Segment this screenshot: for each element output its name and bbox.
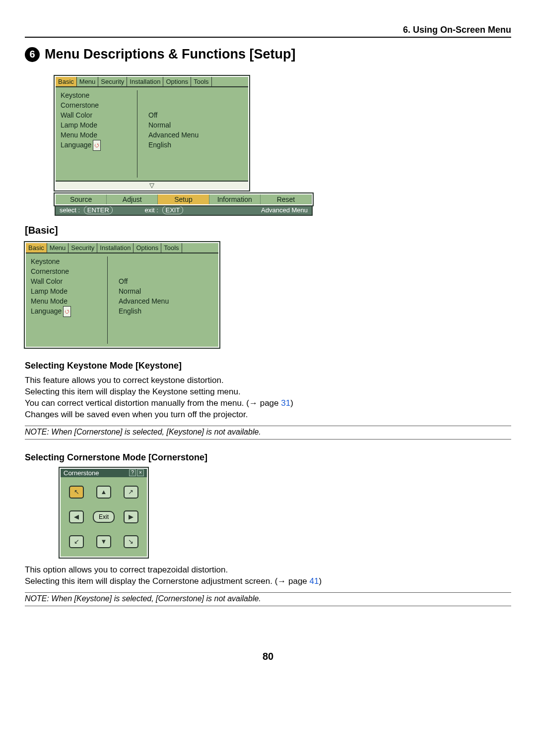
arrow-down-button[interactable]: ▼ [96, 535, 111, 548]
osd-item-label[interactable]: Language⭯ [61, 140, 133, 150]
keystone-heading: Selecting Keystone Mode [Keystone] [25, 361, 511, 371]
osd-item-value: Advanced Menu [119, 296, 213, 306]
osd-menu-information[interactable]: Information [209, 194, 261, 204]
cornerstone-arrow-grid: ↖ ▲ ↗ ◀ Exit ▶ ↙ ▼ ↘ [61, 477, 147, 557]
osd-screenshot-basic: BasicMenuSecurityInstallationOptionsTool… [25, 242, 219, 348]
arrow-up-button[interactable]: ▲ [96, 486, 111, 499]
osd-body: KeystoneCornerstoneWall ColorLamp ModeMe… [56, 87, 248, 181]
osd-item-value: Off [148, 110, 243, 120]
status-select: select : ENTER [60, 206, 144, 214]
osd-item-value: Normal [119, 286, 213, 296]
osd-item-label[interactable]: Cornerstone [31, 266, 103, 276]
osd-menu-reset[interactable]: Reset [261, 194, 312, 204]
close-icon[interactable]: × [137, 469, 144, 476]
cornerstone-dialog-titlebar: Cornerstone ? × [61, 469, 147, 477]
osd-item-value: English [148, 140, 243, 150]
enter-key-icon: ENTER [84, 206, 113, 214]
section-number-icon: 6 [25, 47, 40, 62]
osd-item-label[interactable]: Keystone [31, 256, 103, 266]
osd-menu-source[interactable]: Source [56, 194, 107, 204]
cornerstone-dialog: Cornerstone ? × ↖ ▲ ↗ ◀ Exit ▶ ↙ ▼ ↘ [60, 468, 148, 558]
osd-tab-row: BasicMenuSecurityInstallationOptionsTool… [26, 243, 218, 253]
osd-item-values: OffNormalAdvanced MenuEnglish [108, 256, 213, 344]
osd-item-label[interactable]: Keystone [61, 90, 133, 100]
keystone-p3: You can correct vertical distortion manu… [25, 398, 511, 409]
corner-bottom-left-button[interactable]: ↙ [69, 535, 84, 548]
osd-tab-basic[interactable]: Basic [56, 77, 77, 86]
keystone-body: This feature allows you to correct keyst… [25, 375, 511, 421]
osd-tab-installation[interactable]: Installation [97, 243, 134, 252]
page-link-41[interactable]: 41 [310, 576, 319, 586]
osd-item-values: OffNormalAdvanced MenuEnglish [137, 90, 243, 178]
corner-top-right-button[interactable]: ↗ [124, 486, 138, 499]
chapter-title: 6. Using On-Screen Menu [403, 25, 511, 35]
language-icon: ⭯ [63, 306, 71, 317]
osd-tab-row: BasicMenuSecurityInstallationOptionsTool… [56, 77, 248, 87]
language-icon: ⭯ [93, 140, 101, 151]
cornerstone-p1: This option allows you to correct trapez… [25, 565, 511, 576]
osd-tab-options[interactable]: Options [163, 77, 191, 86]
page-link-31[interactable]: 31 [281, 398, 290, 408]
arrow-right-button[interactable]: ▶ [124, 510, 138, 523]
status-mode: Advanced Menu [215, 206, 308, 214]
basic-subheading: [Basic] [25, 225, 511, 236]
osd-tab-menu[interactable]: Menu [77, 77, 99, 86]
osd-item-value: English [119, 306, 213, 316]
chapter-header: 6. Using On-Screen Menu [25, 25, 511, 38]
osd-tab-menu[interactable]: Menu [47, 243, 69, 252]
osd-tab-security[interactable]: Security [68, 243, 97, 252]
osd-item-label[interactable]: Lamp Mode [61, 120, 133, 130]
osd-menu-adjust[interactable]: Adjust [107, 194, 158, 204]
cornerstone-exit-button[interactable]: Exit [93, 511, 115, 523]
osd-item-label[interactable]: Menu Mode [61, 130, 133, 140]
osd-item-labels: KeystoneCornerstoneWall ColorLamp ModeMe… [31, 256, 108, 344]
help-icon[interactable]: ? [129, 469, 136, 476]
osd-menu-setup[interactable]: Setup [158, 194, 209, 204]
osd-item-label[interactable]: Language⭯ [31, 306, 103, 316]
osd-item-label[interactable]: Wall Color [61, 110, 133, 120]
osd-tab-installation[interactable]: Installation [127, 77, 163, 86]
osd-tab-tools[interactable]: Tools [191, 77, 211, 86]
osd-item-label[interactable]: Menu Mode [31, 296, 103, 306]
keystone-p2: Selecting this item will display the Key… [25, 386, 511, 398]
osd-item-value: Off [119, 276, 213, 286]
osd-tab-tools[interactable]: Tools [161, 243, 182, 252]
osd-tab-security[interactable]: Security [98, 77, 127, 86]
section-title: 6 Menu Descriptions & Functions [Setup] [25, 47, 511, 62]
osd-panel: BasicMenuSecurityInstallationOptionsTool… [55, 76, 249, 190]
cornerstone-body: This option allows you to correct trapez… [25, 565, 511, 587]
osd-body: KeystoneCornerstoneWall ColorLamp ModeMe… [26, 253, 218, 347]
cornerstone-note: NOTE: When [Keystone] is selected, [Corn… [25, 592, 511, 606]
keystone-p4: Changes will be saved even when you turn… [25, 409, 511, 421]
osd-item-label[interactable]: Cornerstone [61, 100, 133, 110]
cornerstone-dialog-screenshot: Cornerstone ? × ↖ ▲ ↗ ◀ Exit ▶ ↙ ▼ ↘ [60, 468, 511, 558]
section-heading: Menu Descriptions & Functions [Setup] [45, 47, 296, 62]
exit-key-icon: EXIT [162, 206, 184, 214]
status-exit: exit : EXIT [144, 206, 215, 214]
osd-screenshot-setup: BasicMenuSecurityInstallationOptionsTool… [55, 76, 511, 216]
osd-item-labels: KeystoneCornerstoneWall ColorLamp ModeMe… [61, 90, 137, 178]
cornerstone-p2: Selecting this item will display the Cor… [25, 576, 511, 587]
osd-item-value: Advanced Menu [148, 130, 243, 140]
osd-main-menu-row: SourceAdjustSetupInformationReset [55, 193, 313, 205]
page-number: 80 [25, 651, 511, 662]
corner-bottom-right-button[interactable]: ↘ [124, 535, 138, 548]
keystone-p1: This feature allows you to correct keyst… [25, 375, 511, 386]
cornerstone-heading: Selecting Cornerstone Mode [Cornerstone] [25, 452, 511, 463]
osd-item-label[interactable]: Lamp Mode [31, 286, 103, 296]
osd-item-value: Normal [148, 120, 243, 130]
osd-tab-basic[interactable]: Basic [26, 243, 47, 252]
osd-down-indicator: ▽ [56, 181, 248, 189]
osd-status-bar: select : ENTER exit : EXIT Advanced Menu [55, 205, 313, 216]
corner-top-left-button[interactable]: ↖ [69, 486, 84, 499]
osd-tab-options[interactable]: Options [134, 243, 161, 252]
osd-item-label[interactable]: Wall Color [31, 276, 103, 286]
keystone-note: NOTE: When [Cornerstone] is selected, [K… [25, 426, 511, 440]
arrow-left-button[interactable]: ◀ [69, 510, 84, 523]
